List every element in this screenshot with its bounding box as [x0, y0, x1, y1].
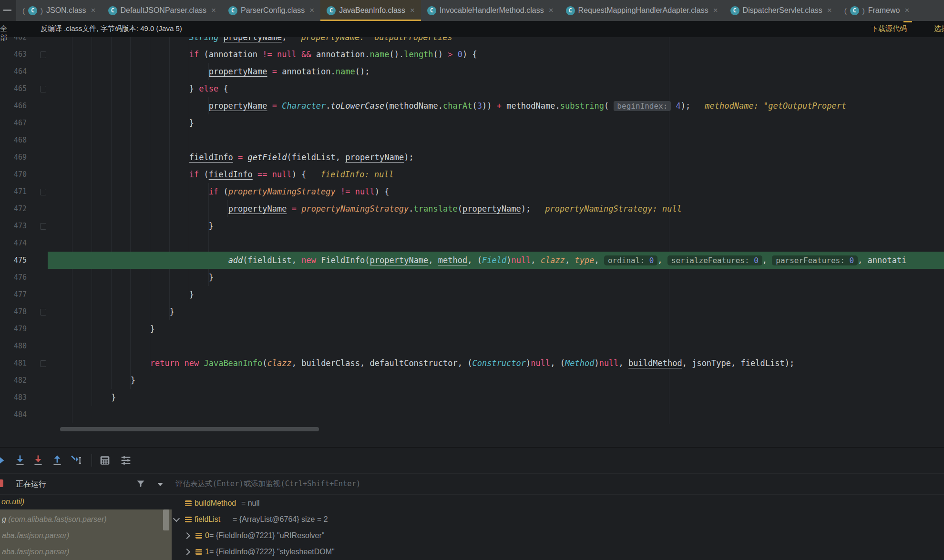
variable-row-0[interactable]: 0 = {FieldInfo@7221} "uRIResolver" — [172, 528, 944, 544]
code-line-468[interactable]: 468 — [0, 132, 944, 149]
code-line-471[interactable]: 471if (propertyNamingStrategy != null) { — [0, 183, 944, 200]
line-number[interactable]: 484 — [0, 406, 27, 423]
frame-row[interactable]: aba.fastjson.parser) — [2, 528, 69, 544]
frames-dropdown-caret[interactable] — [157, 483, 163, 489]
close-icon[interactable]: × — [91, 6, 96, 15]
code-line-463[interactable]: 463if (annotation != null && annotation.… — [0, 46, 944, 63]
line-number[interactable]: 481 — [0, 355, 27, 372]
evaluate-expression-icon[interactable] — [98, 454, 112, 467]
code-line-475[interactable]: 475add(fieldList, new FieldInfo(property… — [0, 252, 944, 269]
line-number[interactable]: 482 — [0, 372, 27, 389]
breakpoint-mute-partial-icon[interactable] — [0, 479, 3, 487]
variable-row-buildMethod[interactable]: buildMethod = null — [172, 495, 944, 511]
step-into-icon[interactable] — [13, 454, 27, 467]
chevron-down-icon[interactable] — [173, 515, 180, 522]
line-number[interactable]: 478 — [0, 303, 27, 320]
step-out-icon[interactable] — [51, 454, 64, 467]
line-number[interactable]: 480 — [0, 337, 27, 355]
horizontal-scrollbar[interactable] — [60, 427, 319, 431]
code-line-479[interactable]: 479} — [0, 320, 944, 337]
line-number[interactable]: 474 — [0, 234, 27, 252]
token: Field — [482, 255, 506, 265]
line-number[interactable]: 469 — [0, 149, 27, 166]
line-number[interactable]: 475 — [0, 252, 27, 269]
code-line-481[interactable]: 481return new JavaBeanInfo(clazz, builde… — [0, 355, 944, 372]
token: , — [360, 358, 369, 368]
frames-scrollbar-thumb[interactable] — [163, 509, 169, 530]
current-frame-row[interactable]: on.util) — [1, 494, 24, 509]
code-line-477[interactable]: 477} — [0, 286, 944, 303]
code-line-473[interactable]: 473} — [0, 217, 944, 234]
code-line-478[interactable]: 478} — [0, 303, 944, 320]
evaluate-watch-input[interactable]: 评估表达式(Enter)或添加监视(Ctrl+Shift+Enter) — [175, 474, 360, 494]
line-number[interactable]: 470 — [0, 166, 27, 183]
tab-invocablehandlermethod-class[interactable]: CInvocableHandlerMethod.class× — [421, 0, 560, 21]
chevron-right-icon[interactable] — [184, 532, 190, 539]
frame-row[interactable]: g (com.alibaba.fastjson.parser) — [2, 511, 107, 528]
tab-javabeaninfo-class[interactable]: CJavaBeanInfo.class× — [320, 0, 421, 21]
line-number[interactable]: 473 — [0, 217, 27, 234]
filter-funnel-icon[interactable] — [136, 479, 145, 490]
code-editor[interactable]: 462String propertyName;propertyName: "ou… — [0, 0, 944, 447]
token: ); — [785, 358, 794, 368]
gutter-mark-icon[interactable] — [40, 86, 46, 92]
token: fieldList — [741, 358, 785, 368]
tab-defaultjsonparser-class[interactable]: CDefaultJSONParser.class× — [102, 0, 222, 21]
code-line-470[interactable]: 470if (fieldInfo == null) {fieldInfo: nu… — [0, 166, 944, 183]
close-icon[interactable]: × — [713, 6, 718, 15]
variable-row-fieldList[interactable]: fieldList = {ArrayList@6764} size = 2 — [172, 511, 944, 528]
code-line-466[interactable]: 466propertyName = Character.toLowerCase(… — [0, 97, 944, 114]
line-number[interactable]: 464 — [0, 63, 27, 80]
code-line-474[interactable]: 474 — [0, 234, 944, 252]
gutter-mark-icon[interactable] — [40, 51, 46, 58]
code-line-465[interactable]: 465} else { — [0, 80, 944, 97]
run-to-cursor-icon[interactable] — [70, 454, 83, 467]
code-line-484[interactable]: 484 — [0, 406, 944, 423]
line-number[interactable]: 476 — [0, 269, 27, 286]
force-step-into-icon[interactable] — [31, 454, 45, 467]
code-line-476[interactable]: 476} — [0, 269, 944, 286]
gutter-mark-icon[interactable] — [40, 223, 46, 230]
variable-row-1[interactable]: 1 = {FieldInfo@7222} "stylesheetDOM" — [172, 544, 944, 560]
layout-settings-icon[interactable] — [119, 454, 133, 467]
code-line-480[interactable]: 480 — [0, 337, 944, 355]
code-line-472[interactable]: 472propertyName = propertyNamingStrategy… — [0, 200, 944, 217]
frame-row[interactable]: aba.fastjson.parser) — [2, 544, 69, 560]
line-number[interactable]: 466 — [0, 97, 27, 114]
code-line-464[interactable]: 464propertyName = annotation.name(); — [0, 63, 944, 80]
tab-json-class[interactable]: (C)JSON.class× — [16, 0, 102, 21]
line-number[interactable]: 467 — [0, 114, 27, 132]
line-number[interactable]: 479 — [0, 320, 27, 337]
token: propertyNamingStrategy — [301, 204, 409, 214]
line-number[interactable]: 471 — [0, 183, 27, 200]
close-icon[interactable]: × — [827, 6, 832, 15]
code-line-469[interactable]: 469fieldInfo = getField(fieldList, prope… — [0, 149, 944, 166]
close-icon[interactable]: × — [549, 6, 554, 15]
close-icon[interactable]: × — [309, 6, 314, 15]
code-line-482[interactable]: 482} — [0, 372, 944, 389]
tab-framewo[interactable]: (C)Framewo× — [838, 0, 916, 21]
close-icon[interactable]: × — [410, 6, 415, 15]
line-number[interactable]: 468 — [0, 132, 27, 149]
choose-sources-link[interactable]: 选择源 — [934, 24, 944, 33]
gutter-mark-icon[interactable] — [40, 360, 46, 367]
close-icon[interactable]: × — [211, 6, 216, 15]
line-number[interactable]: 477 — [0, 286, 27, 303]
line-number[interactable]: 483 — [0, 389, 27, 406]
line-number[interactable]: 472 — [0, 200, 27, 217]
tab-parserconfig-class[interactable]: CParserConfig.class× — [222, 0, 320, 21]
tab-dispatcherservlet-class[interactable]: CDispatcherServlet.class× — [724, 0, 838, 21]
token: builderClass — [301, 358, 360, 368]
tab-requestmappinghandleradapter-class[interactable]: CRequestMappingHandlerAdapter.class× — [560, 0, 724, 21]
code-line-467[interactable]: 467} — [0, 114, 944, 132]
gutter-mark-icon[interactable] — [40, 189, 46, 195]
chevron-right-icon[interactable] — [184, 549, 190, 555]
code-line-483[interactable]: 483} — [0, 389, 944, 406]
token: if — [189, 50, 199, 59]
gutter-mark-icon[interactable] — [40, 309, 46, 316]
line-number[interactable]: 465 — [0, 80, 27, 97]
resume-icon[interactable] — [0, 454, 10, 467]
download-sources-link[interactable]: 下载源代码 — [871, 24, 907, 33]
close-icon[interactable]: × — [904, 6, 909, 15]
line-number[interactable]: 463 — [0, 46, 27, 63]
